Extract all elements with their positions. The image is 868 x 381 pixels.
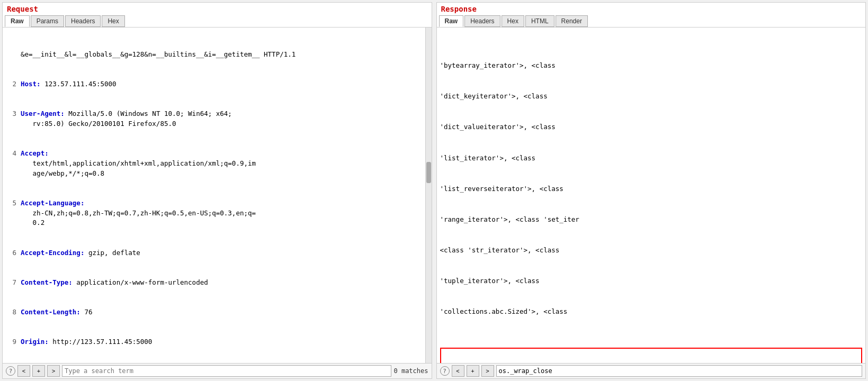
line-item: 2 Host: 123.57.111.45:5000 — [6, 79, 422, 89]
request-panel: Request Raw Params Headers Hex &e=__init… — [2, 2, 432, 379]
highlighted-region: 'collections.abc.Container'>, <class 'co… — [440, 348, 863, 363]
response-line: 'collections.abc.Sized'>, <class — [440, 306, 863, 316]
response-tabs: Raw Headers Hex HTML Render — [437, 14, 866, 28]
response-bottom-bar: ? < + > — [437, 363, 866, 378]
response-help-icon[interactable]: ? — [440, 366, 450, 376]
request-help-icon[interactable]: ? — [6, 366, 15, 376]
line-item: 9 Origin: http://123.57.111.45:5000 — [6, 337, 422, 347]
tab-headers-request[interactable]: Headers — [65, 15, 101, 27]
tab-html-response[interactable]: HTML — [525, 15, 554, 27]
response-line: 'tuple_iterator'>, <class — [440, 276, 863, 286]
tab-raw-response[interactable]: Raw — [439, 15, 464, 27]
line-item: 7 Content-Type: application/x-www-form-u… — [6, 278, 422, 288]
request-scrollbar-thumb[interactable] — [426, 162, 431, 183]
tab-headers-response[interactable]: Headers — [464, 15, 500, 27]
line-item: &e=__init__&l=__globals__&g=128&n=__buil… — [6, 50, 422, 60]
request-add-btn[interactable]: + — [32, 365, 45, 377]
response-line: <class 'str_iterator'>, <class — [440, 245, 863, 255]
request-scrollbar[interactable] — [425, 28, 432, 363]
response-content: 'bytearray_iterator'>, <class 'dict_keyi… — [437, 28, 866, 363]
response-next-btn[interactable]: > — [481, 365, 494, 377]
response-title: Response — [437, 3, 866, 14]
request-tabs: Raw Params Headers Hex — [3, 14, 432, 28]
tab-params-request[interactable]: Params — [31, 15, 64, 27]
response-prev-btn[interactable]: < — [452, 365, 464, 377]
request-search-input[interactable] — [62, 365, 391, 377]
response-panel: Response Raw Headers Hex HTML Render 'by… — [436, 2, 866, 379]
response-search-input[interactable] — [496, 365, 863, 377]
response-line: 'list_iterator'>, <class — [440, 153, 863, 163]
response-line: 'list_reverseiterator'>, <class — [440, 184, 863, 194]
response-line: 'dict_valueiterator'>, <class — [440, 122, 863, 132]
response-add-btn[interactable]: + — [467, 365, 479, 377]
tab-hex-request[interactable]: Hex — [102, 15, 124, 27]
line-item: 6 Accept-Encoding: gzip, deflate — [6, 248, 422, 258]
line-item: 4 Accept: text/html,application/xhtml+xm… — [6, 149, 422, 178]
tab-hex-response[interactable]: Hex — [502, 15, 524, 27]
request-content: &e=__init__&l=__globals__&g=128&n=__buil… — [3, 28, 425, 363]
line-item: 5 Accept-Language: zh-CN,zh;q=0.8,zh-TW;… — [6, 198, 422, 228]
line-item: 8 Content-Length: 76 — [6, 307, 422, 318]
request-title: Request — [3, 3, 432, 14]
response-line: 'range_iterator'>, <class 'set_iter — [440, 214, 863, 224]
response-line: 'dict_keyiterator'>, <class — [440, 91, 863, 101]
request-prev-btn[interactable]: < — [17, 365, 30, 377]
request-next-btn[interactable]: > — [47, 365, 60, 377]
tab-raw-request[interactable]: Raw — [5, 15, 30, 27]
tab-render-response[interactable]: Render — [556, 15, 588, 27]
request-bottom-bar: ? < + > 0 matches — [3, 363, 432, 378]
request-match-count: 0 matches — [393, 367, 428, 375]
response-line: 'bytearray_iterator'>, <class — [440, 60, 863, 70]
line-item: 3 User-Agent: Mozilla/5.0 (Windows NT 10… — [6, 109, 422, 129]
